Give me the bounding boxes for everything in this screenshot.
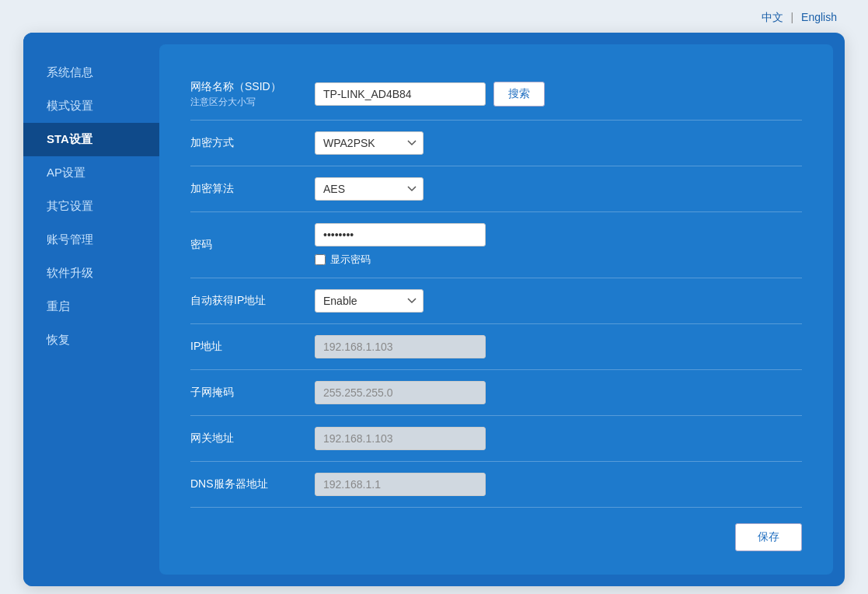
lang-english[interactable]: English <box>801 11 837 23</box>
algorithm-label: 加密算法 <box>190 182 315 196</box>
ip-label: IP地址 <box>190 340 315 354</box>
sidebar-item-sta-settings[interactable]: STA设置 <box>23 123 159 156</box>
show-password-row: 显示密码 <box>315 253 486 267</box>
encrypt-select[interactable]: WPA2PSK WPA-PSK WEP None <box>315 131 424 155</box>
ip-input[interactable] <box>315 335 486 358</box>
algorithm-row: 加密算法 AES TKIP AUTO <box>190 166 802 212</box>
lang-chinese[interactable]: 中文 <box>762 11 783 23</box>
sidebar-item-ap-settings[interactable]: AP设置 <box>23 156 159 190</box>
gateway-input[interactable] <box>315 427 486 450</box>
gateway-row: 网关地址 <box>190 416 802 462</box>
auto-ip-row: 自动获得IP地址 Enable Disable <box>190 278 802 324</box>
encrypt-row: 加密方式 WPA2PSK WPA-PSK WEP None <box>190 121 802 166</box>
encrypt-label: 加密方式 <box>190 136 315 150</box>
ssid-row: 网络名称（SSID） 注意区分大小写 搜索 <box>190 68 802 121</box>
sidebar-item-system-info[interactable]: 系统信息 <box>23 56 159 89</box>
dns-row: DNS服务器地址 <box>190 462 802 508</box>
dns-input[interactable] <box>315 473 486 496</box>
auto-ip-controls: Enable Disable <box>315 289 802 313</box>
subnet-label: 子网掩码 <box>190 386 315 400</box>
gateway-label: 网关地址 <box>190 432 315 446</box>
subnet-input[interactable] <box>315 381 486 404</box>
password-input[interactable] <box>315 223 486 246</box>
sidebar-item-restore[interactable]: 恢复 <box>23 323 159 357</box>
language-bar: 中文 | English <box>0 0 868 33</box>
ssid-input[interactable] <box>315 82 486 106</box>
ip-controls <box>315 335 802 358</box>
sidebar-item-other-settings[interactable]: 其它设置 <box>23 190 159 223</box>
algorithm-select[interactable]: AES TKIP AUTO <box>315 177 424 201</box>
password-row: 密码 显示密码 <box>190 212 802 278</box>
sidebar: 系统信息 模式设置 STA设置 AP设置 其它设置 账号管理 软件升级 重启 恢… <box>23 33 159 586</box>
search-button[interactable]: 搜索 <box>493 82 545 107</box>
subnet-row: 子网掩码 <box>190 370 802 416</box>
save-button[interactable]: 保存 <box>735 523 802 551</box>
sidebar-item-account-mgmt[interactable]: 账号管理 <box>23 223 159 257</box>
show-password-checkbox[interactable] <box>315 254 326 265</box>
show-password-label: 显示密码 <box>330 253 371 267</box>
content-area: 网络名称（SSID） 注意区分大小写 搜索 加密方式 WPA2PSK WPA-P… <box>159 44 833 575</box>
main-container: 系统信息 模式设置 STA设置 AP设置 其它设置 账号管理 软件升级 重启 恢… <box>23 33 845 586</box>
sidebar-item-software-upgrade[interactable]: 软件升级 <box>23 257 159 290</box>
password-inner: 显示密码 <box>315 223 486 267</box>
auto-ip-select[interactable]: Enable Disable <box>315 289 424 313</box>
dns-controls <box>315 473 802 496</box>
encrypt-controls: WPA2PSK WPA-PSK WEP None <box>315 131 802 155</box>
ip-row: IP地址 <box>190 324 802 370</box>
ssid-label: 网络名称（SSID） 注意区分大小写 <box>190 79 315 109</box>
auto-ip-label: 自动获得IP地址 <box>190 294 315 308</box>
sidebar-item-reboot[interactable]: 重启 <box>23 290 159 323</box>
sidebar-item-mode-settings[interactable]: 模式设置 <box>23 89 159 123</box>
save-row: 保存 <box>190 523 802 551</box>
subnet-controls <box>315 381 802 404</box>
dns-label: DNS服务器地址 <box>190 477 315 491</box>
gateway-controls <box>315 427 802 450</box>
lang-separator: | <box>791 11 794 23</box>
password-controls: 显示密码 <box>315 223 802 267</box>
algorithm-controls: AES TKIP AUTO <box>315 177 802 201</box>
password-label: 密码 <box>190 238 315 252</box>
ssid-controls: 搜索 <box>315 82 802 107</box>
